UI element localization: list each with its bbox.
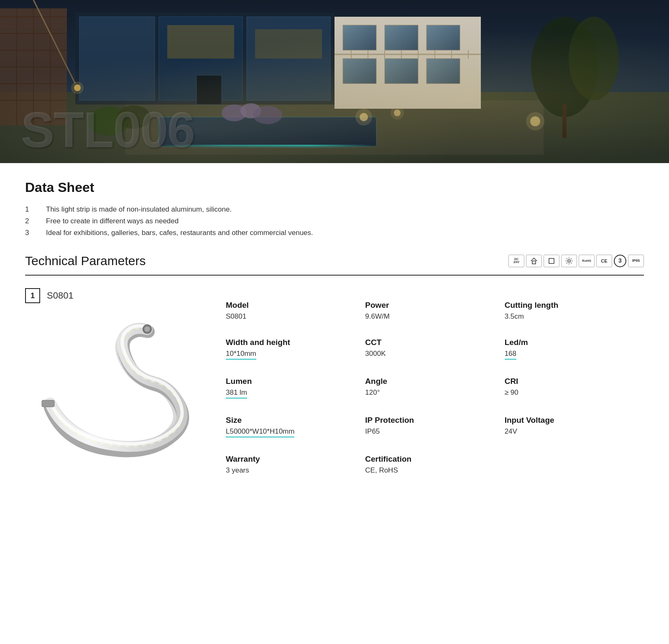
svg-line-75 bbox=[571, 258, 571, 259]
light-icon bbox=[561, 255, 577, 267]
spec-value: 3.5cm bbox=[505, 312, 636, 321]
spec-item: IP ProtectionIP65 bbox=[365, 407, 504, 446]
spec-value: 120° bbox=[365, 388, 496, 397]
spec-label: Model bbox=[226, 301, 357, 310]
spec-item: SizeL50000*W10*H10mm bbox=[226, 407, 365, 446]
feature-num: 1 bbox=[25, 205, 46, 214]
spec-value: 3000K bbox=[365, 350, 496, 358]
tech-params-title: Technical Parameters bbox=[25, 254, 146, 268]
spec-value: L50000*W10*H10mm bbox=[226, 427, 294, 437]
spec-value: ≥ 90 bbox=[505, 388, 636, 397]
product-id-box: 1 bbox=[25, 288, 40, 303]
square-icon bbox=[544, 255, 559, 267]
spec-item: Lumen381 lm bbox=[226, 368, 365, 407]
specs-grid: ModelS0801Power9.6W/MCutting length3.5cm… bbox=[226, 288, 644, 483]
tech-section: Technical Parameters DC 24V bbox=[25, 254, 644, 483]
data-sheet-title: Data Sheet bbox=[25, 180, 644, 195]
spec-label: Lumen bbox=[226, 377, 357, 386]
feature-text: This light strip is made of non-insulate… bbox=[46, 205, 232, 214]
spec-label: CCT bbox=[365, 338, 496, 347]
svg-point-68 bbox=[568, 260, 570, 262]
spec-value: 168 bbox=[505, 350, 516, 360]
ip65-icon: IP65 bbox=[628, 255, 644, 267]
spec-item: Cutting length3.5cm bbox=[505, 292, 644, 330]
rohs-icon: RoHS bbox=[579, 255, 595, 267]
ce-icon: CE bbox=[596, 255, 612, 267]
spec-label: Input Voltage bbox=[505, 416, 636, 425]
certification-icons-row: DC 24V bbox=[508, 255, 644, 267]
spec-item: CertificationCE, RoHS bbox=[365, 446, 504, 483]
house-icon bbox=[526, 255, 542, 267]
model-badge-name: S0801 bbox=[47, 290, 74, 301]
spec-label: Warranty bbox=[226, 455, 357, 464]
product-image-col: 1 S0801 bbox=[25, 288, 226, 462]
feature-text: Ideal for exhibitions, galleries, bars, … bbox=[46, 229, 313, 237]
feature-num: 2 bbox=[25, 217, 46, 225]
spec-item: CCT3000K bbox=[365, 330, 504, 368]
dc24v-icon: DC 24V bbox=[508, 255, 524, 267]
svg-line-73 bbox=[567, 258, 567, 259]
spec-label: Width and height bbox=[226, 338, 357, 347]
spec-label: IP Protection bbox=[365, 416, 496, 425]
spec-value: 24V bbox=[505, 427, 636, 436]
product-row: 1 S0801 bbox=[25, 288, 644, 483]
feature-item: 3Ideal for exhibitions, galleries, bars,… bbox=[25, 229, 644, 237]
hero-section: STL006 bbox=[0, 0, 669, 163]
led-strip-svg bbox=[25, 320, 209, 462]
feature-item: 1This light strip is made of non-insulat… bbox=[25, 205, 644, 214]
feature-text: Free to create in different ways as need… bbox=[46, 217, 179, 225]
main-content: Data Sheet 1This light strip is made of … bbox=[0, 163, 669, 500]
product-image bbox=[25, 320, 209, 462]
spec-value: IP65 bbox=[365, 427, 496, 436]
spec-label: Power bbox=[365, 301, 496, 310]
spec-item: Angle120° bbox=[365, 368, 504, 407]
tech-header: Technical Parameters DC 24V bbox=[25, 254, 644, 268]
spec-value: 9.6W/M bbox=[365, 312, 496, 321]
spec-label: Led/m bbox=[505, 338, 636, 347]
svg-line-76 bbox=[567, 263, 567, 263]
section-divider bbox=[25, 275, 644, 276]
spec-label: Angle bbox=[365, 377, 496, 386]
spec-item: ModelS0801 bbox=[226, 292, 365, 330]
spec-label: Size bbox=[226, 416, 357, 425]
spec-item: CRI≥ 90 bbox=[505, 368, 644, 407]
spec-item: Warranty3 years bbox=[226, 446, 365, 483]
spec-item: Led/m168 bbox=[505, 330, 644, 368]
spec-value: 3 years bbox=[226, 466, 357, 475]
svg-rect-66 bbox=[532, 261, 536, 264]
svg-rect-79 bbox=[42, 400, 54, 407]
svg-point-78 bbox=[145, 327, 150, 332]
spec-label: Cutting length bbox=[505, 301, 636, 310]
features-list: 1This light strip is made of non-insulat… bbox=[25, 205, 644, 237]
spec-value: CE, RoHS bbox=[365, 466, 496, 475]
spec-value: S0801 bbox=[226, 312, 357, 321]
data-sheet-section: Data Sheet 1This light strip is made of … bbox=[25, 180, 644, 237]
spec-value: 381 lm bbox=[226, 388, 247, 399]
warranty-years-icon: 3 bbox=[614, 255, 626, 267]
hero-title: STL006 bbox=[21, 105, 194, 155]
model-badge: 1 S0801 bbox=[25, 288, 74, 303]
spec-label: Certification bbox=[365, 455, 496, 464]
feature-item: 2Free to create in different ways as nee… bbox=[25, 217, 644, 225]
spec-label: CRI bbox=[505, 377, 636, 386]
svg-line-74 bbox=[571, 263, 571, 263]
spec-item: Power9.6W/M bbox=[365, 292, 504, 330]
spec-value: 10*10mm bbox=[226, 350, 256, 360]
feature-num: 3 bbox=[25, 229, 46, 237]
spec-item: Input Voltage24V bbox=[505, 407, 644, 446]
svg-rect-67 bbox=[549, 258, 554, 263]
spec-item: Width and height10*10mm bbox=[226, 330, 365, 368]
